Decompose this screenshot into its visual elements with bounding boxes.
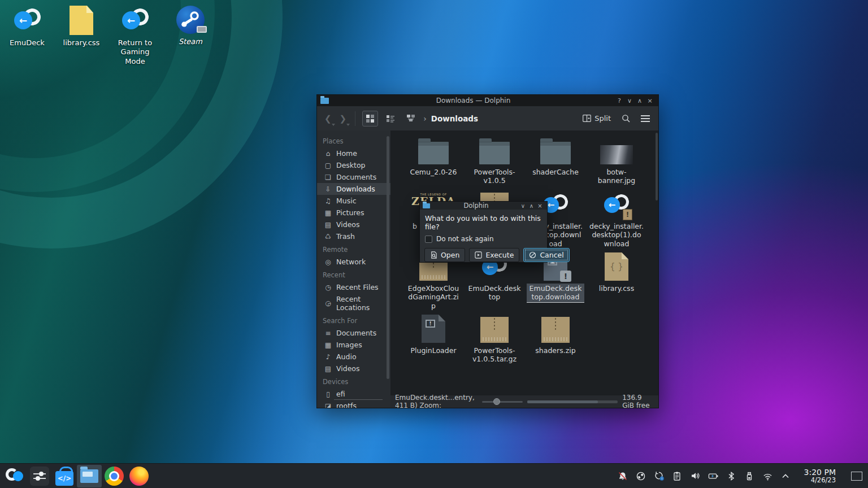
icons-view-button[interactable] <box>362 111 378 127</box>
back-dropdown-caret[interactable] <box>332 124 335 126</box>
file-pluginloader[interactable]: ! PluginLoader <box>403 313 464 370</box>
sidebar-item-recent-files[interactable]: ◷Recent Files <box>317 281 390 293</box>
open-button[interactable]: Open <box>424 248 465 262</box>
sidebar-item-search-images[interactable]: ▦Images <box>317 339 390 351</box>
sidebar-item-network[interactable]: ◎Network <box>317 256 390 268</box>
dialog-titlebar[interactable]: Dolphin ∨ ∧ × <box>420 202 547 210</box>
sidebar-scrollbar[interactable] <box>387 136 389 379</box>
discover-store-button[interactable]: </> <box>52 465 77 487</box>
execute-button[interactable]: Execute <box>469 248 519 262</box>
dialog-close-button[interactable]: × <box>536 203 544 209</box>
fileview-scrollbar[interactable] <box>656 133 658 201</box>
documents-icon: ❏ <box>324 173 332 181</box>
forward-dropdown-caret[interactable] <box>346 124 350 126</box>
updates-tray-icon[interactable]: i <box>654 470 665 481</box>
file-powertools-folder[interactable]: PowerTools-v1.0.5 <box>464 135 525 189</box>
section-header-places: Places <box>317 134 390 147</box>
free-space-label: 136.9 GiB free <box>622 394 654 409</box>
sidebar-item-pictures[interactable]: ▦Pictures <box>317 207 390 219</box>
notifications-dnd-icon[interactable] <box>618 470 628 481</box>
do-not-ask-again-row[interactable]: Do not ask again <box>420 232 547 246</box>
split-icon <box>583 115 591 122</box>
hamburger-menu-button[interactable] <box>638 111 653 126</box>
battery-tray-icon[interactable] <box>708 470 719 481</box>
steam-icon <box>176 6 205 34</box>
application-launcher-button[interactable] <box>2 465 27 487</box>
breadcrumb-downloads[interactable]: Downloads <box>431 114 478 123</box>
file-library-css[interactable]: { } library.css <box>586 251 647 313</box>
sidebar-item-home[interactable]: ⌂Home <box>317 147 390 159</box>
firefox-button[interactable] <box>127 465 151 487</box>
sidebar-item-videos[interactable]: ▤Videos <box>317 219 390 230</box>
sidebar-item-desktop[interactable]: ▢Desktop <box>317 159 390 171</box>
sidebar-item-downloads[interactable]: ⇩Downloads <box>317 183 390 195</box>
open-file-dialog: Dolphin ∨ ∧ × What do you wish to do wit… <box>419 201 548 263</box>
search-icon <box>622 114 631 123</box>
help-button[interactable]: ? <box>614 97 624 104</box>
chrome-button[interactable] <box>102 465 127 487</box>
do-not-ask-again-checkbox[interactable] <box>425 236 432 243</box>
return-gaming-mode-icon: ← <box>120 6 150 35</box>
file-shaders-zip[interactable]: shaders.zip <box>525 313 586 370</box>
zoom-slider-knob[interactable] <box>493 398 500 405</box>
clipboard-tray-icon[interactable] <box>672 470 683 481</box>
clock[interactable]: 3:20 PM 4/26/23 <box>804 468 836 484</box>
file-powertools-targz[interactable]: PowerTools-v1.0.5.tar.gz <box>464 313 525 370</box>
file-shadercache-folder[interactable]: shaderCache <box>525 135 586 189</box>
sidebar-item-search-audio[interactable]: ♪Audio <box>317 351 390 363</box>
desktop-icon-library-css[interactable]: library.css <box>55 6 107 47</box>
details-view-button[interactable] <box>383 111 398 127</box>
steam-tray-icon[interactable] <box>636 470 646 481</box>
sidebar-item-search-documents[interactable]: ≡Documents <box>317 327 390 339</box>
sidebar-item-rootfs[interactable]: ◪rootfs <box>317 400 390 408</box>
tray-expand-caret[interactable] <box>780 470 791 481</box>
system-settings-button[interactable] <box>27 465 52 487</box>
sidebar-item-efi[interactable]: ▯efi <box>317 388 390 400</box>
zoom-slider[interactable] <box>482 398 523 406</box>
file-botw-banner[interactable]: botw-banner.jpg <box>586 135 647 189</box>
desktop-icon-steam[interactable]: Steam <box>164 6 216 46</box>
sidebar-item-music[interactable]: ♫Music <box>317 195 390 207</box>
archive-icon <box>541 317 570 343</box>
split-button[interactable]: Split <box>579 112 614 125</box>
desktop-icon-return-gaming-mode[interactable]: ← Return to Gaming Mode <box>109 6 161 66</box>
search-documents-icon: ≡ <box>324 329 332 337</box>
maximize-button[interactable]: ∧ <box>635 97 645 104</box>
image-thumbnail <box>600 145 633 164</box>
bluetooth-tray-icon[interactable] <box>726 470 737 481</box>
clock-date: 4/26/23 <box>804 477 836 484</box>
wifi-tray-icon[interactable] <box>762 470 773 481</box>
file-cemu-folder[interactable]: Cemu_2.0-26 <box>403 135 464 189</box>
folder-icon <box>418 142 449 164</box>
cancel-button[interactable]: Cancel <box>523 248 569 262</box>
forward-button[interactable]: ❯ <box>338 112 349 125</box>
back-button[interactable]: ❮ <box>323 112 333 125</box>
show-desktop-button[interactable] <box>851 472 862 481</box>
disk-capacity-bar <box>527 400 618 403</box>
sidebar-item-recent-locations[interactable]: ◶Recent Locations <box>317 293 390 313</box>
window-titlebar[interactable]: Downloads — Dolphin ? ∨ ∧ × <box>317 95 658 106</box>
section-header-search-for: Search For <box>317 313 390 327</box>
removable-device-tray-icon[interactable] <box>744 470 755 481</box>
section-header-devices: Devices <box>317 374 390 388</box>
file-decky-installer-1-download[interactable]: ←! decky_installer.desktop(1).download <box>586 189 647 251</box>
desktop-icon-label: library.css <box>63 38 100 47</box>
emudeck-icon: ← <box>12 6 42 35</box>
sidebar-item-trash[interactable]: ♺Trash <box>317 230 390 242</box>
minimize-button[interactable]: ∨ <box>624 97 635 104</box>
search-button[interactable] <box>619 111 633 126</box>
dolphin-task-button[interactable] <box>77 465 102 487</box>
recent-files-icon: ◷ <box>324 284 332 291</box>
dolphin-app-icon <box>423 203 430 208</box>
sidebar-item-documents[interactable]: ❏Documents <box>317 171 390 183</box>
volume-tray-icon[interactable] <box>690 470 701 481</box>
desktop-icon-label: EmuDeck <box>10 38 45 47</box>
dialog-minimize-button[interactable]: ∨ <box>519 203 527 209</box>
desktop-icon-emudeck[interactable]: ← EmuDeck <box>1 6 53 47</box>
section-header-recent: Recent <box>317 268 390 281</box>
tree-view-button[interactable] <box>403 111 419 127</box>
close-button[interactable]: × <box>645 97 655 104</box>
sidebar-item-search-videos[interactable]: ▤Videos <box>317 363 390 374</box>
dialog-maximize-button[interactable]: ∧ <box>527 203 536 209</box>
steamdeck-launcher-icon <box>5 467 24 486</box>
